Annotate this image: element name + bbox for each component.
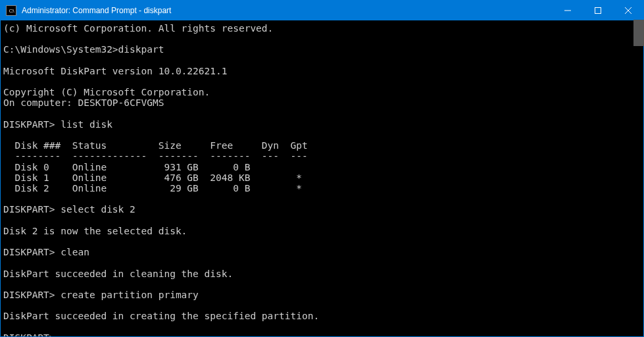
terminal-output[interactable]: (c) Microsoft Corporation. All rights re… bbox=[1, 20, 643, 336]
svg-rect-0 bbox=[595, 8, 601, 14]
command-prompt-window: C:\ Administrator: Command Prompt - disk… bbox=[0, 0, 644, 337]
close-button[interactable] bbox=[613, 1, 643, 20]
window-title: Administrator: Command Prompt - diskpart bbox=[22, 6, 553, 15]
close-icon bbox=[625, 7, 632, 14]
minimize-icon bbox=[564, 7, 571, 14]
titlebar[interactable]: C:\ Administrator: Command Prompt - disk… bbox=[1, 1, 643, 20]
cmd-icon: C:\ bbox=[6, 5, 16, 16]
maximize-button[interactable] bbox=[583, 1, 613, 20]
scrollbar-thumb[interactable] bbox=[633, 20, 644, 46]
maximize-icon bbox=[595, 7, 601, 14]
window-controls bbox=[553, 1, 643, 20]
minimize-button[interactable] bbox=[553, 1, 583, 20]
